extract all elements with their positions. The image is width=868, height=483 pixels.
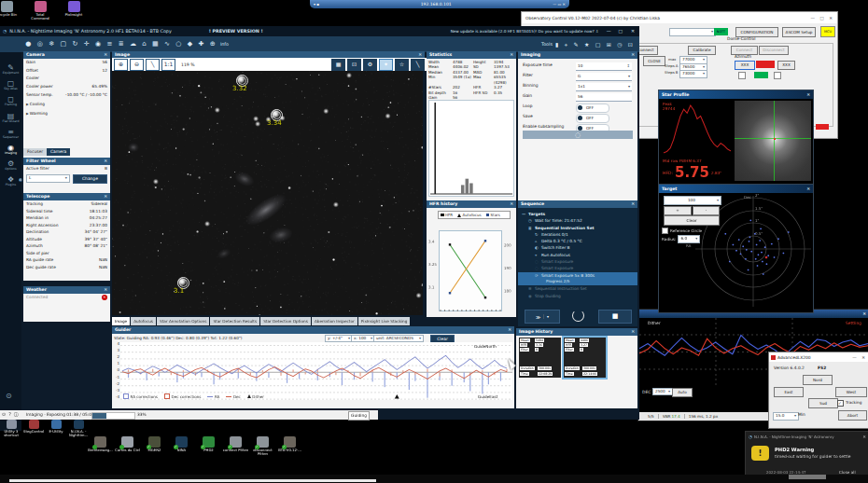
close-icon[interactable]: ✕ (631, 51, 635, 59)
toolbar-icon[interactable]: ○ (175, 37, 181, 51)
taskbar[interactable] (0, 475, 868, 483)
taskbar-open-window[interactable] (9, 479, 376, 482)
target-scale-dropdown[interactable]: 100 (664, 196, 721, 205)
desktop-icon[interactable]: ✓ BTB-V0.12-... (276, 436, 303, 452)
taskbar-tray[interactable] (789, 475, 826, 479)
nina-titlebar[interactable]: ◔ N.I.N.A. - Nighttime Imaging 'N' Astro… (0, 26, 639, 36)
close-icon[interactable]: ✕ (862, 311, 866, 316)
sequence-item[interactable]: ≣Sequential Instruction Set (518, 225, 637, 231)
tool-icon[interactable]: ⌖ (565, 37, 567, 51)
close-icon[interactable]: ✕ (104, 193, 107, 200)
nav-item[interactable]: ◉ Imaging (0, 144, 21, 155)
sequence-item[interactable]: ◷Wait for Time: 21:47:52 (518, 217, 637, 224)
sequence-item[interactable]: ◌Smart Exposure (518, 258, 637, 265)
tool-icon[interactable]: ✎ (574, 37, 579, 51)
desktop-icon[interactable]: ✓ connect Pitten (222, 436, 249, 452)
history-thumbnail[interactable]: Mean4406 HFR3.27 FilterB Duration300.00s… (564, 338, 606, 378)
image-starfield[interactable] (112, 71, 423, 315)
sud-button[interactable]: Sud (808, 398, 838, 408)
toolbar-icon[interactable]: ❄ (49, 37, 54, 51)
sequence-item[interactable]: ⟳Smart Exposure 5x B 300s Progress 2/5 (518, 272, 637, 286)
nav-item[interactable]: ▤ Flat Wizard (0, 112, 21, 123)
tool-icon[interactable]: ⊞ (607, 37, 611, 51)
lx200-titlebar[interactable]: AdvancedLX200 — ✕ (769, 352, 868, 362)
close-icon[interactable]: ✕ (862, 435, 866, 439)
desktop-icon[interactable]: Total Command (28, 1, 52, 21)
desktop-icon[interactable]: ✓ PHD2 (195, 436, 222, 452)
tool-icon[interactable]: ▢ (595, 37, 601, 51)
rdp-window-buttons[interactable]: — ▭ ✕ (553, 2, 566, 7)
close-icon[interactable]: ✕ (631, 29, 635, 34)
statusbar-icon[interactable]: ⓘ (14, 411, 19, 417)
azimuth-xxx1-button[interactable]: XXX (735, 61, 755, 70)
azimuth-xxx2-button[interactable]: XXX (777, 61, 795, 70)
toolbar-icon[interactable]: ✚ (199, 37, 204, 51)
target-clear-button[interactable]: Clear (664, 215, 720, 226)
nav-item[interactable]: ≡ Sequencer (0, 128, 21, 139)
image-tool-right[interactable]: ⊡ (347, 59, 361, 71)
west-button[interactable]: West (835, 387, 867, 397)
toolbar-icon[interactable]: ◎ (37, 37, 43, 51)
close-icon[interactable]: ✕ (418, 51, 422, 58)
calibrate-button[interactable]: Calibrate (688, 46, 716, 55)
image-tool-right[interactable]: ▦ (331, 59, 345, 71)
dome-checkbox-1[interactable] (738, 72, 746, 79)
toolbar-icon[interactable]: ▢ (60, 37, 66, 51)
legend-item[interactable]: Dec (226, 394, 240, 399)
close-icon[interactable]: ✕ (508, 326, 511, 334)
toast-notification[interactable]: ◔ N.I.N.A. - Nighttime Imaging 'N' Astro… (745, 431, 868, 479)
image-tool-right[interactable]: ⚙ (363, 59, 377, 71)
tool-icon[interactable]: ★ (584, 37, 589, 51)
toolbar-icon[interactable]: ✛ (84, 37, 90, 51)
nord-button[interactable]: Nord (803, 375, 833, 385)
desktop-icon[interactable]: Cartes du Ciel (114, 436, 141, 452)
rdp-connection-bar[interactable]: ▾ ▪ 192.168.0.101 — ▭ ✕ (310, 0, 569, 8)
nav-item[interactable]: ▢ Sky Atlas (0, 79, 21, 90)
tool-icon[interactable]: ▮ (555, 37, 558, 51)
rdp-pin-icon[interactable]: ▾ ▪ (314, 2, 319, 7)
tools-label[interactable]: Tools (541, 42, 553, 47)
filter-dropdown[interactable]: L (26, 174, 70, 183)
image-tab[interactable]: Autofocus (131, 317, 156, 325)
dock-tab[interactable]: Focuser (23, 148, 47, 156)
desktop-icon[interactable]: ✓ NINA (168, 436, 195, 452)
toolbar-icon[interactable]: ≣ (119, 37, 124, 51)
toolbar-icon[interactable]: ⊕ (210, 37, 216, 51)
close-icon[interactable]: ✕ (631, 328, 635, 336)
nav-item[interactable]: ❖ Plugins 4 (0, 175, 21, 186)
disconnected-icon[interactable]: ✕ (102, 295, 107, 300)
image-tab[interactable]: Image (112, 317, 130, 325)
toolbar-icon[interactable]: ⌂ (142, 37, 146, 51)
desktop-icon[interactable]: Brentenweg... (87, 436, 114, 452)
legend-item[interactable]: Dec corrections (164, 393, 201, 399)
zoom-in-button[interactable]: + (664, 206, 692, 215)
legend-item[interactable]: RA corrections (123, 393, 158, 399)
maximize-icon[interactable]: □ (618, 29, 623, 34)
image-tool[interactable]: ╲ (146, 59, 160, 71)
desktop-icon[interactable]: ✓ disconnect Pitten (249, 436, 276, 457)
window-buttons[interactable]: — ✕ (852, 355, 867, 360)
dock-tab[interactable]: Camera (47, 148, 70, 156)
imaging-row-control[interactable]: 56 (576, 93, 632, 102)
dome-checkbox-2[interactable] (774, 72, 781, 79)
imaging-row-control[interactable]: OFF (576, 104, 609, 113)
image-tab[interactable]: Aberration Inspector (312, 317, 357, 325)
image-tab[interactable]: PixInsight Live Stacking (358, 317, 411, 325)
info-button[interactable]: Info (220, 42, 229, 47)
power-icon[interactable]: ⊙ (6, 392, 12, 400)
sequence-skip-button[interactable]: ≫ ▾ (525, 310, 560, 324)
sequence-item[interactable]: ▵Delta 0.3 °C / 0.5 °C (518, 238, 637, 244)
camera-expander[interactable]: Cooling (23, 100, 110, 109)
reference-circle-row[interactable]: Reference Circle (662, 228, 702, 234)
close-icon[interactable]: ✕ (806, 90, 810, 99)
toolbar-icon[interactable]: ◆ (188, 37, 192, 51)
nav-item[interactable]: ⚙ Options (0, 159, 21, 171)
toolbar-icon[interactable]: ▦ (152, 37, 159, 51)
image-tool[interactable]: ⊕ (114, 59, 128, 71)
toolbar-icon[interactable]: ∿ (164, 37, 170, 51)
nav-item[interactable]: ◻ Framing (0, 95, 21, 106)
close-shutter-button[interactable]: CLOSE (643, 56, 665, 66)
sequence-item[interactable]: ◐Switch Filter B (518, 244, 637, 251)
min-spinner[interactable]: 15.0 (773, 412, 799, 421)
imaging-row-control[interactable]: OFF (576, 114, 609, 123)
